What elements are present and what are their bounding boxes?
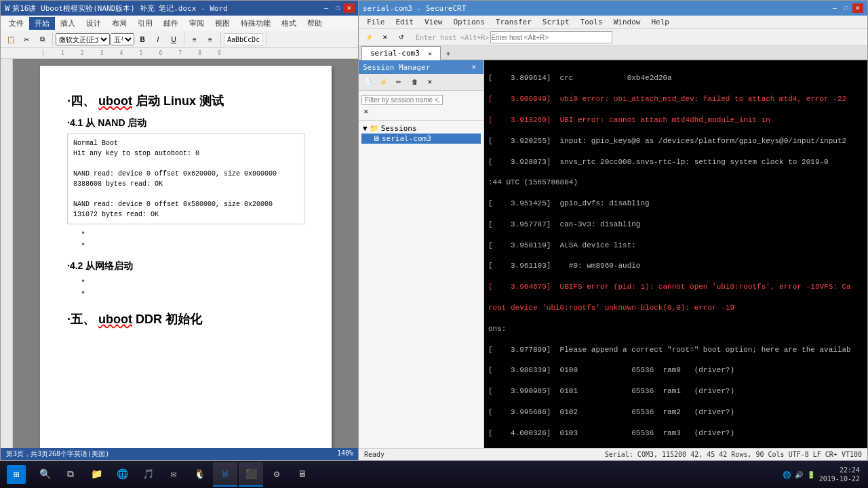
word-menu-view[interactable]: 视图 <box>210 17 235 30</box>
word-menu-design[interactable]: 设计 <box>81 17 106 30</box>
tab-serial-com3[interactable]: serial-com3 ✕ <box>361 46 441 60</box>
align-center-button[interactable]: ≡ <box>203 33 218 46</box>
menu-file[interactable]: File <box>361 16 391 28</box>
terminal-line: [ 3.961103] #0: wm8960-audio <box>488 261 863 271</box>
tab-close-icon[interactable]: ✕ <box>428 50 431 57</box>
word-sidebar <box>1 59 13 448</box>
word-document[interactable]: ·四、 uboot 启动 Linux 测试 ·4.1 从 NAND 启动 Nor… <box>13 59 359 448</box>
menu-help[interactable]: Help <box>646 16 675 28</box>
securecrt-title-text: serial-com3 - SecureCRT <box>363 4 466 13</box>
word-menu-mailings[interactable]: 邮件 <box>158 17 184 30</box>
sm-edit-btn[interactable]: ✏ <box>391 75 406 89</box>
taskbar-task-view[interactable]: ⧉ <box>58 462 83 487</box>
securecrt-close-button[interactable]: ✕ <box>852 3 863 13</box>
menu-window[interactable]: Window <box>608 16 646 28</box>
sm-close-btn[interactable]: ✕ <box>422 75 437 89</box>
taskbar-media[interactable]: 🎵 <box>136 462 160 487</box>
menu-tools[interactable]: Tools <box>575 16 608 28</box>
securecrt-connect-btn[interactable]: ⚡ <box>361 30 376 44</box>
word-maximize-button[interactable]: □ <box>332 3 343 13</box>
word-page-info: 第3页，共3页 <box>6 449 48 459</box>
sm-filter-clear-btn[interactable]: ✕ <box>361 105 371 119</box>
browser-icon: 🌐 <box>115 467 129 481</box>
session-item-icon: 🖥 <box>372 134 380 143</box>
taskbar-browser[interactable]: 🌐 <box>110 462 134 487</box>
windows-logo-icon: ⊞ <box>7 465 26 484</box>
session-filter-input[interactable] <box>361 95 443 105</box>
word-window: W 第16讲 Uboot根模实验(NAND版本) 补充 笔记.docx - Wo… <box>0 0 359 461</box>
paragraph-group: ≡ ≡ <box>187 33 221 46</box>
word-menu-references[interactable]: 引用 <box>132 17 158 30</box>
word-menu-home[interactable]: 开始 <box>29 17 55 30</box>
menu-view[interactable]: View <box>419 16 448 28</box>
securecrt-window: serial-com3 - SecureCRT ─ □ ✕ File Edit … <box>358 0 868 461</box>
new-tab-button[interactable]: + <box>442 47 454 60</box>
align-left-button[interactable]: ≡ <box>187 33 202 46</box>
securecrt-disconnect-btn[interactable]: ✕ <box>378 30 393 44</box>
task-view-icon: ⧉ <box>64 467 77 481</box>
menu-script[interactable]: Script <box>537 16 575 28</box>
securecrt-status-right: Serial: COM3, 115200 42, 45 42 Rows, 90 … <box>605 451 862 458</box>
start-button[interactable]: ⊞ <box>3 462 30 487</box>
session-manager-close-icon[interactable]: ✕ <box>469 62 479 72</box>
terminal-line: [ 3.964670] UBIFS error (pid: 1): cannot… <box>488 282 863 292</box>
securecrt-reconnect-btn[interactable]: ↺ <box>394 30 409 44</box>
tray-time[interactable]: 22:24 2019-10-22 <box>819 466 860 483</box>
paste-button[interactable]: 📋 <box>3 33 18 46</box>
taskbar-word[interactable]: W <box>213 462 237 487</box>
sm-delete-btn[interactable]: 🗑 <box>407 75 422 89</box>
word-menu-file[interactable]: 文件 <box>3 17 29 30</box>
terminal-line: [ 3.899614] crc 0xb4e2d20a <box>488 73 863 83</box>
terminal-area[interactable]: [ 3.899614] crc 0xb4e2d20a [ 3.906049] u… <box>484 60 867 448</box>
font-size-select[interactable]: 五号 <box>111 33 134 45</box>
terminal-line: root device 'ubi0:rootfs' unknown-block(… <box>488 303 863 313</box>
menu-transfer[interactable]: Transfer <box>490 16 537 28</box>
securecrt-minimize-button[interactable]: ─ <box>829 3 840 13</box>
word-menu-special[interactable]: 特殊功能 <box>235 17 276 30</box>
session-item-label: serial-com3 <box>382 134 431 143</box>
taskbar-mail[interactable]: ✉ <box>161 462 186 487</box>
word-word-count: 268个字 <box>48 449 74 459</box>
word-title-left: W 第16讲 Uboot根模实验(NAND版本) 补充 笔记.docx - Wo… <box>5 3 228 14</box>
word-content-area: ·四、 uboot 启动 Linux 测试 ·4.1 从 NAND 启动 Nor… <box>1 59 359 448</box>
taskbar-settings[interactable]: ⚙ <box>264 462 289 487</box>
securecrt-host-input[interactable] <box>490 31 612 43</box>
word-close-button[interactable]: ✕ <box>344 3 355 13</box>
session-folder-sessions[interactable]: ▼ 📁 Sessions <box>361 123 481 134</box>
session-item-com3[interactable]: 🖥 serial-com3 <box>361 134 481 144</box>
terminal-line: ons: <box>488 324 863 334</box>
style-preview: AaBbCcDc <box>224 33 263 45</box>
menu-edit[interactable]: Edit <box>391 16 420 28</box>
taskbar-terminal[interactable]: 🖥 <box>290 462 315 487</box>
underline-button[interactable]: U <box>166 33 181 46</box>
ubuntu-icon: 🐧 <box>193 467 206 481</box>
taskbar-file-explorer[interactable]: 📁 <box>84 462 108 487</box>
cut-button[interactable]: ✂ <box>19 33 34 46</box>
bold-button[interactable]: B <box>135 33 150 46</box>
folder-icon: 📁 <box>90 467 103 481</box>
sm-connect-btn[interactable]: ⚡ <box>376 75 391 89</box>
sm-new-btn[interactable]: 📄 <box>360 75 375 89</box>
font-family-select[interactable]: 微软文正(正文) <box>56 33 110 45</box>
word-menu-layout[interactable]: 布局 <box>106 17 132 30</box>
taskbar-search[interactable]: 🔍 <box>33 462 57 487</box>
clipboard-group: 📋 ✂ ⧉ <box>3 33 53 46</box>
word-minimize-button[interactable]: ─ <box>321 3 332 13</box>
menu-options[interactable]: Options <box>448 16 490 28</box>
word-menu-help[interactable]: 帮助 <box>302 17 328 30</box>
tray-battery-icon: 🔋 <box>807 471 815 479</box>
doc-heading-4-1: ·4.1 从 NAND 启动 <box>67 117 304 129</box>
taskbar-securecrt[interactable]: ⬛ <box>239 462 263 487</box>
word-menu-insert[interactable]: 插入 <box>55 17 81 30</box>
copy-button[interactable]: ⧉ <box>35 33 50 46</box>
taskbar-ubuntu[interactable]: 🐧 <box>187 462 212 487</box>
font-group: 微软文正(正文) 五号 B I U <box>56 33 184 46</box>
word-menu-review[interactable]: 审阅 <box>184 17 210 30</box>
taskbar-tray: 🌐 🔊 🔋 22:24 2019-10-22 <box>777 466 865 483</box>
securecrt-maximize-button[interactable]: □ <box>841 3 852 13</box>
word-menu-format[interactable]: 格式 <box>276 17 302 30</box>
italic-button[interactable]: I <box>151 33 165 46</box>
terminal-line: [ 3.995686] 0102 65536 ram2 (driver?) <box>488 407 863 418</box>
word-title-text: 第16讲 Uboot根模实验(NAND版本) 补充 笔记.docx - Word <box>12 3 227 14</box>
word-ruler: │ 1 2 3 4 5 6 7 8 9 <box>1 48 359 59</box>
